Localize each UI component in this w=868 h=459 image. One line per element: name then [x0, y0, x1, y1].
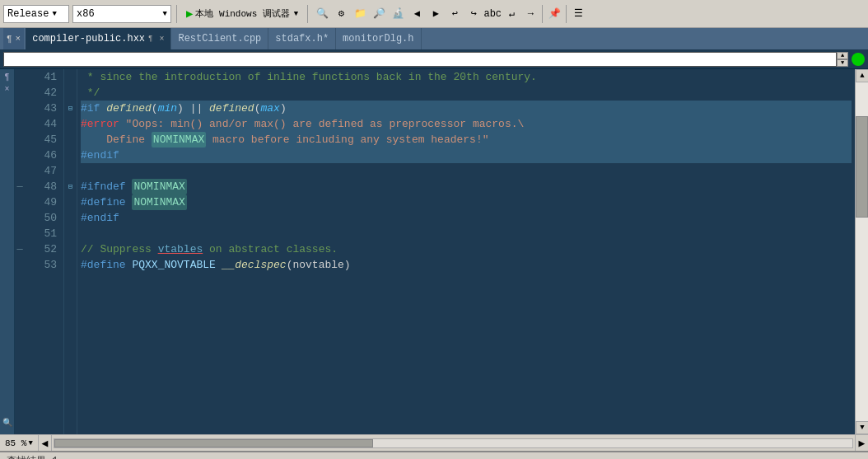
code-43-paren2: (: [254, 101, 261, 116]
code-48-nominmax: NOMINMAX: [132, 179, 186, 194]
nav1-icon-btn[interactable]: ↩: [446, 5, 464, 23]
fold-46: [64, 148, 77, 163]
platform-dropdown[interactable]: x86 ▼: [72, 5, 171, 23]
h-scrollbar-thumb: [54, 439, 374, 447]
ln-42: 42: [31, 85, 57, 101]
code-43-if: #if: [81, 101, 106, 116]
tab-stdafx[interactable]: stdafx.h*: [268, 28, 336, 49]
ln-41: 41: [31, 69, 57, 85]
bp-44: [15, 116, 25, 132]
bp-53: [15, 257, 25, 273]
zoom-control[interactable]: 85 % ▼: [0, 435, 39, 451]
status-bar: 查找结果 1: [0, 451, 868, 459]
code-46-endif: #endif: [81, 148, 119, 163]
tab-compiler-close[interactable]: ×: [159, 35, 164, 44]
code-line-41: * since the introduction of inline funct…: [81, 69, 852, 85]
ln-45: 45: [31, 132, 57, 148]
code-line-50: #endif: [81, 210, 852, 226]
fold-area: ⊟ ⊟: [64, 69, 77, 434]
menu-icon-btn[interactable]: ☰: [569, 5, 587, 23]
scroll-down-btn[interactable]: ▼: [856, 421, 868, 434]
search-icon-btn[interactable]: 🔍: [313, 5, 331, 23]
sep2: [307, 5, 308, 23]
return-icon-btn[interactable]: ↵: [502, 5, 520, 23]
code-line-48: #ifndef NOMINMAX: [81, 179, 852, 194]
code-48-ifndef: #ifndef: [81, 179, 132, 194]
fold-47: [64, 163, 77, 179]
line-numbers: 41 42 43 44 45 46 47 48 49 50 51 52 53: [25, 69, 64, 434]
config-arrow: ▼: [52, 10, 56, 18]
code-content[interactable]: * since the introduction of inline funct…: [77, 69, 855, 434]
code-line-42: */: [81, 85, 852, 101]
close-control[interactable]: ×: [16, 34, 21, 44]
fold-51: [64, 226, 77, 241]
nav-bar: ▲ ▼: [0, 49, 868, 69]
ln-51: 51: [31, 226, 57, 241]
nav-down-arrow[interactable]: ▼: [837, 59, 848, 67]
abc-icon-btn[interactable]: abc: [483, 5, 502, 23]
scroll-right-btn[interactable]: ▶: [855, 435, 868, 451]
arrow-icon-btn[interactable]: →: [521, 5, 539, 23]
folder-icon-btn[interactable]: 📁: [351, 5, 369, 23]
code-52-vtables: vtables: [158, 241, 203, 257]
ln-43: 43: [31, 101, 57, 116]
ln-52: 52: [31, 241, 57, 257]
ln-50: 50: [31, 210, 57, 226]
nav-up-arrow[interactable]: ▲: [837, 52, 848, 59]
zoom-icon-btn[interactable]: 🔬: [389, 5, 407, 23]
code-45-str2: macro before including any system header…: [206, 132, 488, 148]
h-scrollbar[interactable]: [54, 438, 853, 448]
scroll-left-btn[interactable]: ◀: [39, 435, 52, 451]
code-line-44: #error "Oops: min() and/or max() are def…: [81, 116, 852, 132]
find-icon-btn[interactable]: 🔎: [370, 5, 388, 23]
run-label: 本地 Windows 调试器: [195, 7, 289, 20]
scroll-up-btn[interactable]: ▲: [856, 69, 868, 82]
sidebar-search-icon[interactable]: 🔍: [2, 418, 12, 428]
fold-42: [64, 85, 77, 101]
settings-icon-btn[interactable]: ⚙: [332, 5, 350, 23]
right-scrollbar: ▲ ▼: [855, 69, 868, 434]
code-43-min: min: [158, 101, 177, 116]
scroll-track[interactable]: [856, 82, 868, 421]
ln-47: 47: [31, 163, 57, 179]
sidebar-pin-icon[interactable]: ¶: [4, 73, 9, 82]
code-text-41: * since the introduction of inline funct…: [81, 69, 537, 85]
code-text-42: */: [81, 85, 100, 101]
code-43-max: max: [260, 101, 279, 116]
nav-arrows: ▲ ▼: [837, 52, 848, 67]
tab-monitordlg[interactable]: monitorDlg.h: [336, 28, 421, 49]
fold-43[interactable]: ⊟: [64, 101, 77, 116]
code-50-endif: #endif: [81, 210, 119, 226]
forward-icon-btn[interactable]: ▶: [427, 5, 445, 23]
pin-icon-btn[interactable]: 📌: [545, 5, 563, 23]
tab-bar: ¶ × compiler-public.hxx ¶ × RestClient.c…: [0, 28, 868, 49]
code-45-str1: Define: [81, 132, 152, 148]
tab-restclient-label: RestClient.cpp: [178, 33, 261, 44]
code-51-empty: [81, 226, 87, 241]
sep3: [542, 5, 543, 23]
bp-43: [15, 101, 25, 116]
platform-arrow: ▼: [163, 10, 167, 18]
code-53-novtable: (novtable): [287, 257, 351, 273]
run-button[interactable]: ▶ 本地 Windows 调试器 ▼: [182, 5, 302, 23]
nav-input[interactable]: [3, 52, 837, 67]
platform-label: x86: [77, 8, 95, 20]
ln-48: 48: [31, 179, 57, 194]
fold-48[interactable]: ⊟: [64, 179, 77, 194]
code-line-45: Define NOMINMAX macro before including a…: [81, 132, 852, 148]
nav2-icon-btn[interactable]: ↪: [464, 5, 483, 23]
pin-control[interactable]: ¶: [7, 34, 12, 44]
code-43-or: ) ||: [177, 101, 209, 116]
tab-compiler[interactable]: compiler-public.hxx ¶ ×: [26, 28, 171, 49]
sep1: [176, 5, 177, 23]
main-area: ¶ × 🔍 — — 41 42 43 44 45 46 47 48 49 50 …: [0, 69, 868, 434]
code-43-close: ): [280, 101, 287, 116]
back-icon-btn[interactable]: ◀: [408, 5, 426, 23]
sidebar-close-icon[interactable]: ×: [4, 85, 9, 94]
run-arrow: ▼: [294, 10, 298, 18]
toolbar-icon-group: 🔍 ⚙ 📁 🔎 🔬 ◀ ▶ ↩ ↪ abc ↵ → 📌 ☰: [313, 5, 587, 23]
ln-44: 44: [31, 116, 57, 132]
play-icon: ▶: [186, 7, 193, 21]
tab-restclient[interactable]: RestClient.cpp: [171, 28, 268, 49]
config-dropdown[interactable]: Release ▼: [3, 5, 69, 23]
